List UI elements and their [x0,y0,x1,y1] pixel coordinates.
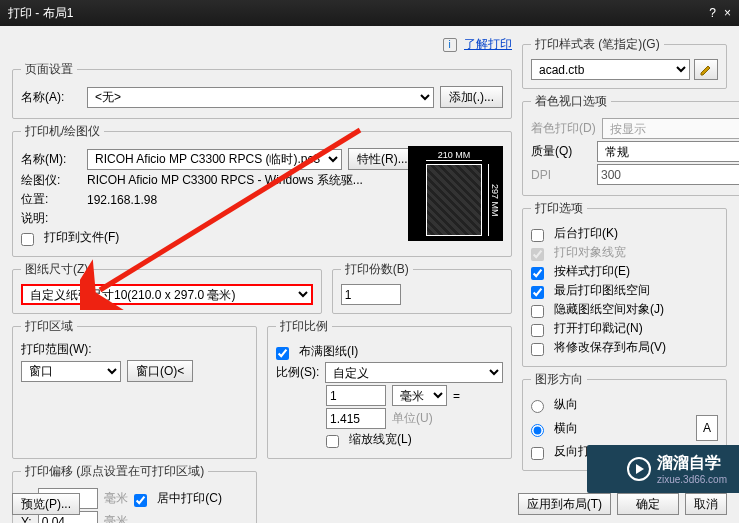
copies-input[interactable] [341,284,401,305]
shaded-legend: 着色视口选项 [531,93,611,110]
option-stamp-label: 打开打印戳记(N) [554,320,643,337]
scale-num2-input[interactable] [326,408,386,429]
dpi-label: DPI [531,168,591,182]
title-bar: 打印 - 布局1 ? × [0,0,739,26]
dpi-input [597,164,739,185]
plot-scale-legend: 打印比例 [276,318,332,335]
scale-unit2-label: 单位(U) [392,410,433,427]
copies-legend: 打印份数(B) [341,261,413,278]
watermark-text: 溜溜自学 [657,453,727,474]
what-to-plot-label: 打印范围(W): [21,341,248,358]
what-to-plot-select[interactable]: 窗口 [21,361,121,382]
shaded-viewport-group: 着色视口选项 着色打印(D) 按显示 质量(Q) 常规 DPI [522,93,739,196]
scale-lineweights-label: 缩放线宽(L) [349,431,412,448]
option-background-checkbox[interactable] [531,229,544,242]
option-styles-label: 按样式打印(E) [554,263,630,280]
paper-size-legend: 图纸尺寸(Z) [21,261,92,278]
printer-group: 打印机/绘图仪 210 MM 297 MM 名称(M): RICOH Afici… [12,123,512,257]
plot-style-select[interactable]: acad.ctb [531,59,690,80]
page-setup-group: 页面设置 名称(A): <无> 添加(.)... [12,61,512,119]
close-icon[interactable]: × [724,6,731,20]
option-hide-label: 隐藏图纸空间对象(J) [554,301,664,318]
play-icon [627,457,651,481]
option-lineweights-label: 打印对象线宽 [554,244,626,261]
upside-down-label: 反向打 [554,443,590,460]
option-hide-checkbox[interactable] [531,305,544,318]
shade-plot-select: 按显示 [602,118,739,139]
orientation-legend: 图形方向 [531,371,587,388]
portrait-radio[interactable] [531,400,544,413]
watermark-sub: zixue.3d66.com [657,474,727,485]
pencil-icon [699,63,713,77]
desc-label: 说明: [21,210,81,227]
plot-area-group: 打印区域 打印范围(W): 窗口 窗口(O)< [12,318,257,459]
upside-down-checkbox[interactable] [531,447,544,460]
option-lineweights-checkbox [531,248,544,261]
paper-width-label: 210 MM [426,150,482,160]
plotter-label: 绘图仪: [21,172,81,189]
info-icon: i [443,38,457,52]
plot-style-group: 打印样式表 (笔指定)(G) acad.ctb [522,36,727,89]
offset-y-label: Y: [21,515,32,524]
quality-label: 质量(Q) [531,143,591,160]
paper-preview: 210 MM 297 MM [408,146,503,241]
plot-to-file-checkbox[interactable] [21,233,34,246]
scale-label: 比例(S): [276,364,319,381]
plot-to-file-label: 打印到文件(F) [44,229,119,246]
portrait-label: 纵向 [554,396,578,413]
shade-plot-label: 着色打印(D) [531,120,596,137]
where-label: 位置: [21,191,81,208]
landscape-label: 横向 [554,420,578,437]
orientation-icon: A [696,415,718,441]
scale-num1-input[interactable] [326,385,386,406]
scale-unit1-select[interactable]: 毫米 [392,385,447,406]
printer-properties-button[interactable]: 特性(R)... [348,148,417,170]
option-save-layout-checkbox[interactable] [531,343,544,356]
scale-select[interactable]: 自定义 [325,362,503,383]
apply-to-layout-button[interactable]: 应用到布局(T) [518,493,611,515]
where-value: 192.168.1.98 [87,193,157,207]
pagesetup-name-select[interactable]: <无> [87,87,434,108]
equals-label: = [453,389,460,403]
quality-select[interactable]: 常规 [597,141,739,162]
paper-height-label: 297 MM [490,164,500,236]
edit-plot-style-button[interactable] [694,59,718,80]
window-title: 打印 - 布局1 [8,5,701,22]
page-setup-legend: 页面设置 [21,61,77,78]
option-stamp-checkbox[interactable] [531,324,544,337]
options-legend: 打印选项 [531,200,587,217]
plotter-value: RICOH Aficio MP C3300 RPCS - Windows 系统驱… [87,172,363,189]
plot-style-legend: 打印样式表 (笔指定)(G) [531,36,664,53]
option-save-layout-label: 将修改保存到布局(V) [554,339,666,356]
scale-lineweights-checkbox[interactable] [326,435,339,448]
fit-to-paper-checkbox[interactable] [276,347,289,360]
help-row: i 了解打印 [12,36,512,53]
help-icon[interactable]: ? [709,6,716,20]
option-styles-checkbox[interactable] [531,267,544,280]
option-background-label: 后台打印(K) [554,225,618,242]
cancel-button[interactable]: 取消 [685,493,727,515]
fit-to-paper-label: 布满图纸(I) [299,343,358,360]
pagesetup-name-label: 名称(A): [21,89,81,106]
plot-area-legend: 打印区域 [21,318,77,335]
printer-name-label: 名称(M): [21,151,81,168]
paper-size-select[interactable]: 自定义纸张尺寸10(210.0 x 297.0 毫米) [21,284,313,305]
plot-scale-group: 打印比例 布满图纸(I) 比例(S): 自定义 毫米 = [267,318,512,459]
copies-group: 打印份数(B) [332,261,512,314]
watermark: 溜溜自学 zixue.3d66.com [587,445,739,493]
option-paperspace-last-label: 最后打印图纸空间 [554,282,650,299]
ok-button[interactable]: 确定 [617,493,679,515]
bottom-bar: 预览(P)... 应用到布局(T) 确定 取消 [12,493,727,515]
preview-button[interactable]: 预览(P)... [12,493,80,515]
paper-size-group: 图纸尺寸(Z) 自定义纸张尺寸10(210.0 x 297.0 毫米) [12,261,322,314]
offset-legend: 打印偏移 (原点设置在可打印区域) [21,463,208,480]
landscape-radio[interactable] [531,424,544,437]
printer-name-select[interactable]: RICOH Aficio MP C3300 RPCS (临时).pc3 [87,149,342,170]
add-pagesetup-button[interactable]: 添加(.)... [440,86,503,108]
option-paperspace-last-checkbox[interactable] [531,286,544,299]
learn-about-plotting-link[interactable]: 了解打印 [464,37,512,51]
window-button[interactable]: 窗口(O)< [127,360,193,382]
plot-options-group: 打印选项 后台打印(K) 打印对象线宽 按样式打印(E) 最后打印图纸空间 隐藏… [522,200,727,367]
printer-legend: 打印机/绘图仪 [21,123,104,140]
